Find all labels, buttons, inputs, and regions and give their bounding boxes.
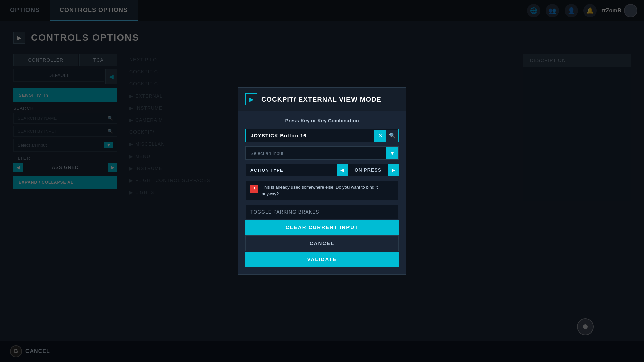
- modal-dialog: ▶ COCKPIT/ EXTERNAL VIEW MODE Press Key …: [238, 87, 406, 275]
- warning-text: This is already used somewhere else. Do …: [262, 184, 394, 197]
- modal-title: COCKPIT/ EXTERNAL VIEW MODE: [261, 96, 381, 103]
- modal-select-dropdown-button[interactable]: ▼: [386, 147, 398, 159]
- action-type-prev-button[interactable]: ◀: [337, 164, 348, 176]
- modal-clear-input-button[interactable]: ✕: [374, 130, 386, 142]
- modal-subtitle: Press Key or Key Combination: [245, 118, 399, 123]
- modal-key-input-row: ✕ 🔍: [245, 129, 399, 142]
- validate-button[interactable]: VALIDATE: [245, 252, 399, 267]
- modal-header-arrow-icon: ▶: [245, 93, 257, 105]
- modal-search-button[interactable]: 🔍: [386, 130, 398, 142]
- warning-row: ! This is already used somewhere else. D…: [245, 180, 399, 201]
- action-type-next-button[interactable]: ▶: [388, 164, 399, 176]
- cancel-button[interactable]: CANCEL: [245, 235, 399, 251]
- warning-icon: !: [250, 185, 258, 193]
- action-type-label: ACTION TYPE: [245, 164, 337, 176]
- clear-current-input-button[interactable]: CLEAR CURRENT INPUT: [245, 220, 399, 235]
- modal-body: Press Key or Key Combination ✕ 🔍 Select …: [238, 111, 406, 274]
- action-type-value: ON PRESS: [348, 164, 388, 176]
- action-type-row: ACTION TYPE ◀ ON PRESS ▶: [245, 164, 399, 176]
- modal-backdrop: ▶ COCKPIT/ EXTERNAL VIEW MODE Press Key …: [0, 0, 644, 362]
- modal-select-placeholder: Select an input: [246, 147, 386, 159]
- modal-select-input-row[interactable]: Select an input ▼: [245, 146, 399, 160]
- conflict-row: TOGGLE PARKING BRAKES: [245, 205, 399, 219]
- modal-header: ▶ COCKPIT/ EXTERNAL VIEW MODE: [238, 88, 406, 111]
- modal-key-input[interactable]: [246, 129, 374, 142]
